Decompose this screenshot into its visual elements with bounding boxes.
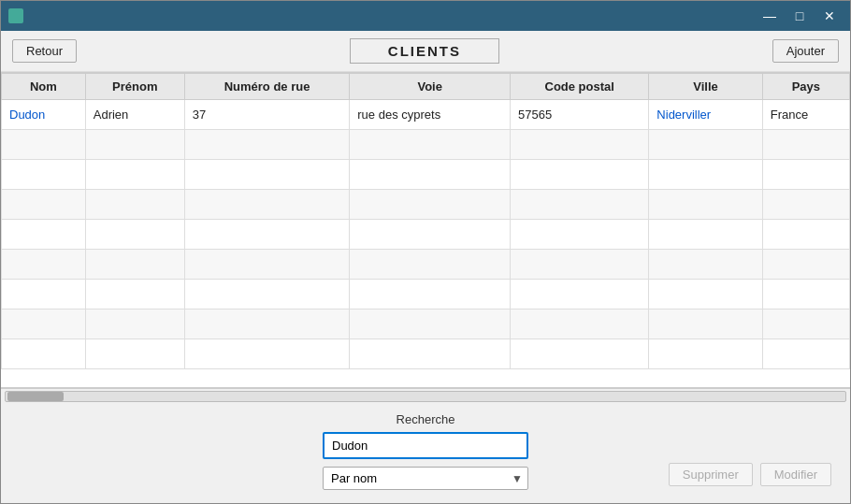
window-controls: — □ ✕ xyxy=(757,7,843,25)
cell-prenom: Adrien xyxy=(85,100,184,130)
col-pays: Pays xyxy=(762,74,849,100)
col-prenom: Prénom xyxy=(85,74,184,100)
col-numero: Numéro de rue xyxy=(184,74,349,100)
dropdown-wrapper: Par nom Par prénom Par ville ▼ xyxy=(323,467,528,490)
app-icon xyxy=(8,8,23,23)
table-row[interactable] xyxy=(2,280,850,310)
horizontal-scrollbar[interactable] xyxy=(5,391,846,402)
toolbar: Retour CLIENTS Ajouter xyxy=(1,31,850,72)
minimize-button[interactable]: — xyxy=(757,7,783,25)
table-row[interactable] xyxy=(2,310,850,339)
title-bar: — □ ✕ xyxy=(1,1,850,31)
table-row[interactable] xyxy=(2,130,850,160)
col-code-postal: Code postal xyxy=(511,74,649,100)
cell-code-postal: 57565 xyxy=(511,100,649,130)
page-title: CLIENTS xyxy=(350,38,499,64)
table-header-row: Nom Prénom Numéro de rue Voie Code posta… xyxy=(2,74,850,100)
maximize-button[interactable]: □ xyxy=(786,7,813,25)
bottom-panel: Recherche Par nom Par prénom Par ville ▼… xyxy=(1,403,850,503)
recherche-label: Recherche xyxy=(397,412,455,426)
action-buttons: Supprimer Modifier xyxy=(669,463,831,486)
modifier-button[interactable]: Modifier xyxy=(760,463,831,486)
col-ville: Ville xyxy=(649,74,762,100)
table-row[interactable] xyxy=(2,250,850,280)
main-window: — □ ✕ Retour CLIENTS Ajouter Nom Prénom … xyxy=(0,0,851,504)
cell-voie: rue des cyprets xyxy=(350,100,511,130)
scrollbar-thumb[interactable] xyxy=(7,392,64,401)
table-row[interactable] xyxy=(2,220,850,250)
clients-table: Nom Prénom Numéro de rue Voie Code posta… xyxy=(1,73,850,369)
table-row[interactable]: Dudon Adrien 37 rue des cyprets 57565 Ni… xyxy=(2,100,850,130)
search-dropdown-row: Par nom Par prénom Par ville ▼ xyxy=(323,467,528,490)
col-nom: Nom xyxy=(2,74,86,100)
search-input[interactable] xyxy=(323,432,528,459)
add-button[interactable]: Ajouter xyxy=(772,39,839,63)
col-voie: Voie xyxy=(350,74,511,100)
table-row[interactable] xyxy=(2,339,850,369)
cell-numero: 37 xyxy=(184,100,349,130)
close-button[interactable]: ✕ xyxy=(816,7,843,25)
clients-table-area[interactable]: Nom Prénom Numéro de rue Voie Code posta… xyxy=(1,72,850,388)
search-type-dropdown[interactable]: Par nom Par prénom Par ville xyxy=(323,467,528,490)
supprimer-button[interactable]: Supprimer xyxy=(669,463,753,486)
back-button[interactable]: Retour xyxy=(12,39,77,63)
cell-nom: Dudon xyxy=(2,100,86,130)
table-row[interactable] xyxy=(2,160,850,190)
table-row[interactable] xyxy=(2,190,850,220)
scrollbar-row xyxy=(1,388,850,403)
cell-ville: Niderviller xyxy=(649,100,762,130)
cell-pays: France xyxy=(762,100,849,130)
